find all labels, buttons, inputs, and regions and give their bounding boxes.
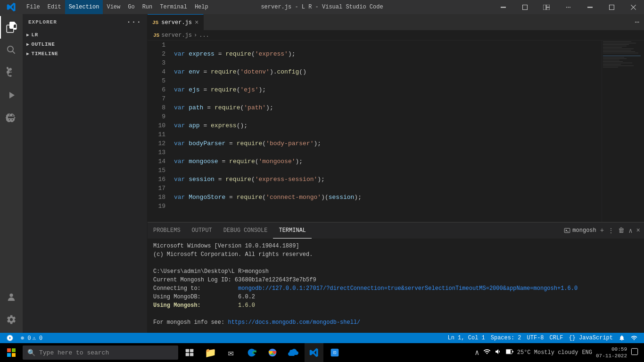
terminal-line: Current Mongosh Log ID: 63680b1a7e122643… [153,276,638,284]
new-terminal-button[interactable]: + [600,227,604,234]
breadcrumb-filename[interactable]: server.js [161,32,192,39]
errors-warnings-status[interactable]: ⊗ 0 ⚠ 0 [18,333,45,343]
lr-arrow-icon: ▶ [26,32,30,38]
sidebar-item-lr[interactable]: ▶ LR [23,30,147,40]
line-ending-text: CRLF [550,335,563,341]
indentation-text: Spaces: 2 [491,335,521,341]
source-control-activity-icon[interactable] [0,61,23,84]
tab-server-js[interactable]: JS server.js × [148,14,204,30]
more-options-button[interactable] [557,0,579,14]
svg-rect-34 [186,349,190,353]
timeline-arrow-icon: ▶ [26,51,30,57]
terminal-tab[interactable]: TERMINAL [273,222,312,239]
settings-activity-icon[interactable] [0,308,23,331]
sidebar-header: Explorer ··· [23,14,147,30]
svg-rect-1 [546,5,550,7]
remote-activity-icon[interactable] [0,286,23,308]
outline-arrow-icon: ▶ [26,41,30,47]
tray-up-arrow[interactable]: ∧ [475,348,479,357]
onedrive-app[interactable] [284,343,303,362]
edge-app[interactable] [242,343,261,362]
tray-volume-icon[interactable] [495,348,502,358]
split-terminal-button[interactable]: ⋮ [608,227,614,235]
start-button[interactable] [2,343,21,362]
explorer-activity-icon[interactable] [0,16,23,39]
window-controls [492,0,644,14]
mail-app[interactable]: ✉️ [222,343,240,362]
cursor-position-status[interactable]: Ln 1, Col 1 [445,335,488,341]
svg-rect-19 [603,53,638,53]
taskbar-search[interactable]: 🔍 Type here to search [23,346,178,360]
tab-close-button[interactable]: × [195,19,198,26]
terminal-line [153,259,638,267]
tray-network-icon[interactable] [483,348,491,358]
svg-point-9 [9,294,13,297]
menu-edit[interactable]: Edit [44,0,65,14]
menu-file[interactable]: File [23,0,44,14]
chrome-app[interactable] [263,343,282,362]
menu-terminal[interactable]: Terminal [156,0,191,14]
breadcrumb-symbol[interactable]: ... [199,32,209,39]
layout-editor-button[interactable] [536,0,557,14]
system-clock[interactable]: 00:59 07-11-2022 [596,346,627,360]
close-window-button[interactable] [622,0,644,14]
tab-bar: JS server.js × ⋯ [148,14,644,31]
vscode-app[interactable] [305,343,323,362]
code-editor[interactable]: 1 2 3 4 5 6 7 8 9 10 11 12 13 14 15 16 1 [148,41,644,222]
minimize-window-button[interactable] [579,0,601,14]
maximize-panel-button[interactable]: ∧ [628,227,632,235]
maximize-window-button[interactable] [601,0,622,14]
language-mode-status[interactable]: {} JavaScript [566,335,616,341]
extensions-activity-icon[interactable] [0,107,23,129]
tab-filename: server.js [161,19,192,26]
restore-button[interactable] [514,0,536,14]
svg-rect-37 [190,353,194,356]
menu-go[interactable]: Go [124,0,138,14]
tray-notification-icon[interactable] [631,348,638,358]
tab-actions: ⋯ [634,16,644,28]
svg-rect-44 [631,348,637,354]
kill-terminal-button[interactable]: 🗑 [618,227,625,234]
notifications-status[interactable] [616,335,628,341]
sidebar-item-outline[interactable]: ▶ OUTLINE [23,40,147,49]
menu-selection[interactable]: Selection [65,0,103,14]
taskbar-search-placeholder: Type here to search [39,349,109,356]
terminal-line [153,310,638,318]
svg-rect-24 [603,61,623,62]
unknown-app[interactable]: ⊡ [325,343,344,362]
menu-help[interactable]: Help [191,0,212,14]
indentation-status[interactable]: Spaces: 2 [488,335,524,341]
file-explorer-app[interactable]: 📁 [201,343,220,362]
tray-battery-icon[interactable] [506,348,513,357]
sidebar-more-options[interactable]: ··· [126,18,141,26]
breadcrumb-separator: › [194,32,197,39]
tray-language[interactable]: ENG [582,349,592,356]
debug-console-tab[interactable]: DEBUG CONSOLE [218,222,273,239]
tray-weather[interactable]: 25°C Mostly cloudy [517,349,578,356]
menu-run[interactable]: Run [139,0,157,14]
line-ending-status[interactable]: CRLF [547,335,566,341]
split-editor-button[interactable]: ⋯ [634,16,640,28]
minimize-button[interactable] [492,0,514,14]
status-right: Ln 1, Col 1 Spaces: 2 UTF-8 CRLF {} Java… [445,335,640,341]
svg-point-5 [570,7,570,8]
remote-connection-status[interactable] [628,335,640,341]
svg-rect-13 [603,44,629,45]
svg-rect-15 [603,47,622,48]
code-content[interactable]: var express = require('express'); var en… [169,41,602,222]
close-panel-button[interactable]: × [636,227,640,234]
problems-tab[interactable]: PROBLEMS [148,222,186,239]
menu-view[interactable]: View [103,0,124,14]
svg-rect-32 [7,353,11,357]
run-debug-activity-icon[interactable] [0,84,23,107]
remote-status[interactable] [4,333,16,343]
task-view-button[interactable] [180,343,199,362]
js-file-icon: JS [152,20,158,25]
sidebar-item-timeline[interactable]: ▶ TIMELINE [23,49,147,58]
search-activity-icon[interactable] [0,39,23,61]
encoding-status[interactable]: UTF-8 [524,335,547,341]
terminal-line: Microsoft Windows [Version 10.0.19044.18… [153,242,638,250]
svg-rect-31 [12,348,16,352]
output-tab[interactable]: OUTPUT [186,222,218,239]
terminal-content[interactable]: Microsoft Windows [Version 10.0.19044.18… [148,239,644,333]
